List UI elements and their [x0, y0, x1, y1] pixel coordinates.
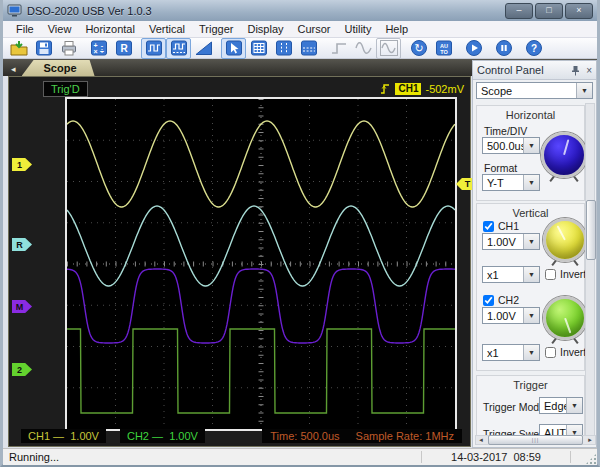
trigger-group: Trigger Trigger Mode Edge▼ Trigger Sweep…	[476, 375, 585, 436]
math-functions-icon[interactable]: +-×÷	[86, 38, 111, 59]
ch2-position-knob[interactable]	[543, 296, 587, 340]
step-signal-icon[interactable]	[326, 38, 351, 59]
control-panel-body: Horizontal Time/DIV 500.0us▼ Format Y-T▼…	[475, 103, 596, 436]
channel-marker-1[interactable]: 1	[12, 158, 32, 171]
horizontal-group-title: Horizontal	[477, 106, 584, 121]
svg-text:÷: ÷	[100, 48, 104, 55]
ch1-enable-checkbox[interactable]: CH1	[483, 220, 519, 232]
panel-close-icon[interactable]: ×	[586, 65, 592, 76]
pause-icon[interactable]	[491, 38, 516, 59]
panel-vertical-scrollbar[interactable]	[585, 103, 595, 436]
menu-view[interactable]: View	[41, 22, 79, 36]
sine-boxed-icon[interactable]	[376, 38, 401, 59]
persistence-icon[interactable]	[191, 38, 216, 59]
ch2-readout: CH2 — 1.00V	[120, 429, 205, 443]
square-wave-display-icon[interactable]	[141, 38, 166, 59]
app-icon	[7, 4, 22, 17]
vertical-group-title: Vertical	[477, 204, 584, 219]
panel-horizontal-scrollbar[interactable]: ◂ ||| ▸	[475, 435, 596, 445]
channel-marker-m[interactable]: M	[12, 300, 32, 313]
channel-marker-2[interactable]: 2	[12, 363, 32, 376]
status-text: Running...	[3, 451, 421, 463]
menu-horizontal[interactable]: Horizontal	[78, 22, 142, 36]
format-dropdown[interactable]: Y-T▼	[482, 174, 540, 191]
chevron-down-icon: ▼	[576, 83, 592, 98]
waveform-measure-icon[interactable]	[166, 38, 191, 59]
toolbar: +-×÷R↻AUTO?	[3, 38, 597, 59]
menu-vertical[interactable]: Vertical	[142, 22, 192, 36]
timediv-dropdown[interactable]: 500.0us▼	[482, 137, 540, 154]
chevron-down-icon: ▼	[523, 138, 539, 153]
chevron-down-icon: ▼	[523, 345, 539, 360]
ch2-enable-checkbox[interactable]: CH2	[483, 294, 519, 306]
chevron-down-icon: ▼	[566, 398, 582, 413]
panel-selector-dropdown[interactable]: Scope▼	[476, 82, 593, 99]
maximize-button[interactable]: □	[535, 3, 563, 19]
run-icon[interactable]	[461, 38, 486, 59]
vertical-cursors-icon[interactable]	[271, 38, 296, 59]
ch2-square-trace	[67, 329, 455, 413]
tab-scope[interactable]: Scope	[22, 60, 95, 76]
trigger-status: Trig'D	[43, 81, 88, 97]
ch2-mult-dropdown[interactable]: x1▼	[482, 344, 540, 361]
svg-text:TO: TO	[440, 49, 448, 55]
save-icon[interactable]	[31, 38, 56, 59]
chevron-down-icon: ▼	[523, 308, 539, 323]
tab-scroll-left-icon[interactable]: ◂	[11, 64, 16, 74]
auto-setup-icon[interactable]: AUTO	[431, 38, 456, 59]
resize-grip[interactable]	[586, 454, 596, 464]
menu-trigger[interactable]: Trigger	[192, 22, 240, 36]
trigger-mode-dropdown[interactable]: Edge▼	[539, 397, 583, 414]
ch1-position-knob[interactable]	[543, 218, 587, 262]
trigger-group-title: Trigger	[477, 376, 584, 391]
window-title: DSO-2020 USB Ver 1.0.3	[27, 5, 152, 17]
svg-text:?: ?	[530, 43, 536, 54]
reference-waveform-icon[interactable]: R	[111, 38, 136, 59]
menu-utility[interactable]: Utility	[338, 22, 379, 36]
status-datetime: 14-03-2017 08:59	[421, 451, 571, 463]
vertical-group: Vertical CH1 1.00V▼ x1▼ Invert CH2 1.00V…	[476, 203, 585, 371]
ch1-mult-dropdown[interactable]: x1▼	[482, 266, 540, 283]
trigger-level-value: -502mV	[425, 83, 464, 95]
select-cursor-icon[interactable]	[221, 38, 246, 59]
menu-display[interactable]: Display	[240, 22, 290, 36]
menu-file[interactable]: File	[9, 22, 41, 36]
pin-icon[interactable]	[571, 65, 580, 76]
horizontal-position-knob[interactable]	[541, 132, 587, 178]
timebase-readout: Time: 500.0us Sample Rate: 1MHz	[262, 429, 462, 443]
print-icon[interactable]	[56, 38, 81, 59]
chevron-down-icon: ▼	[523, 175, 539, 190]
ch1-scale-dropdown[interactable]: 1.00V▼	[482, 233, 540, 250]
scroll-left-icon[interactable]: ◂	[476, 436, 486, 444]
horizontal-cursors-icon[interactable]	[296, 38, 321, 59]
app-window: DSO-2020 USB Ver 1.0.3 – □ × FileViewHor…	[0, 0, 600, 467]
chevron-down-icon: ▼	[523, 234, 539, 249]
waveform-display	[65, 97, 457, 431]
ch2-scale-dropdown[interactable]: 1.00V▼	[482, 307, 540, 324]
scrollbar-thumb[interactable]: |||	[488, 435, 583, 445]
trigger-mode-label: Trigger Mode	[483, 401, 545, 413]
svg-text:R: R	[120, 43, 128, 54]
ref-sine-trace	[67, 206, 455, 286]
scroll-right-icon[interactable]: ▸	[585, 436, 595, 444]
refresh-icon[interactable]: ↻	[406, 38, 431, 59]
chevron-down-icon: ▼	[523, 267, 539, 282]
channel-marker-r[interactable]: R	[12, 238, 32, 251]
timediv-label: Time/DIV	[484, 125, 527, 137]
ch1-invert-checkbox[interactable]: Invert	[545, 268, 586, 280]
edge-trigger-icon	[380, 82, 391, 95]
open-icon[interactable]	[6, 38, 31, 59]
scope-readout-bar: CH1 — 1.00V CH2 — 1.00V Time: 500.0us Sa…	[9, 428, 470, 444]
horizontal-group: Horizontal Time/DIV 500.0us▼ Format Y-T▼	[476, 105, 585, 201]
menu-help[interactable]: Help	[378, 22, 415, 36]
status-bar: Running... 14-03-2017 08:59	[3, 448, 597, 465]
grid-icon[interactable]	[246, 38, 271, 59]
svg-text:↻: ↻	[414, 42, 423, 54]
ch2-invert-checkbox[interactable]: Invert	[545, 346, 586, 358]
sine-signal-icon[interactable]	[351, 38, 376, 59]
menu-cursor[interactable]: Cursor	[291, 22, 338, 36]
help-icon[interactable]: ?	[521, 38, 546, 59]
ch1-sine-trace	[67, 121, 455, 207]
close-button[interactable]: ×	[565, 3, 593, 19]
minimize-button[interactable]: –	[505, 3, 533, 19]
